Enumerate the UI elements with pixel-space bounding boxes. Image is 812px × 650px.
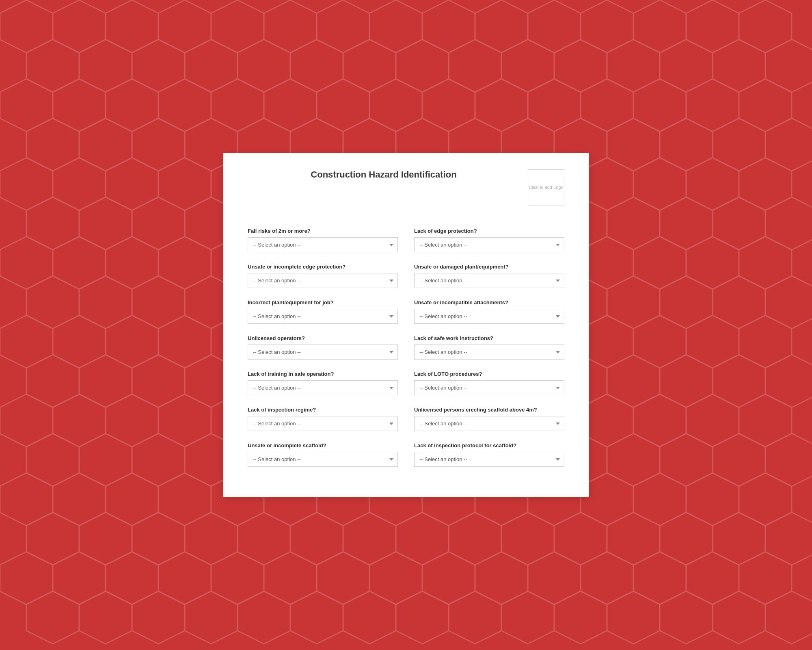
form-group-lack-safe-work: Lack of safe work instructions?-- Select…	[406, 329, 564, 365]
form-group-lack-inspection-protocol: Lack of inspection protocol for scaffold…	[406, 437, 564, 472]
form-title: Construction Hazard Identification	[311, 169, 456, 180]
label-unsafe-damaged-plant: Unsafe or damaged plant/equipment?	[414, 264, 564, 270]
select-lack-training[interactable]: -- Select an option --YesNoN/A	[248, 380, 398, 395]
select-lack-edge-protection[interactable]: -- Select an option --YesNoN/A	[414, 237, 564, 252]
form-group-lack-inspection-regime: Lack of inspection regime?-- Select an o…	[248, 401, 406, 437]
label-fall-risks: Fall risks of 2m or more?	[248, 228, 398, 234]
label-incorrect-plant: Incorrect plant/equipment for job?	[248, 299, 398, 306]
label-lack-loto: Lack of LOTO procedures?	[414, 371, 564, 377]
svg-marker-0	[0, 0, 41, 41]
select-lack-safe-work[interactable]: -- Select an option --YesNoN/A	[414, 344, 564, 360]
form-group-unsafe-edge-protection: Unsafe or incomplete edge protection?-- …	[248, 258, 406, 294]
form-group-lack-training: Lack of training in safe operation?-- Se…	[248, 365, 406, 401]
form-group-unsafe-attachments: Unsafe or incompatible attachments?-- Se…	[406, 294, 564, 329]
select-unsafe-damaged-plant[interactable]: -- Select an option --YesNoN/A	[414, 273, 564, 288]
select-lack-inspection-protocol[interactable]: -- Select an option --YesNoN/A	[414, 452, 564, 467]
form-grid: Fall risks of 2m or more?-- Select an op…	[248, 222, 564, 472]
select-unsafe-attachments[interactable]: -- Select an option --YesNoN/A	[414, 309, 564, 324]
select-unsafe-scaffold[interactable]: -- Select an option --YesNoN/A	[248, 452, 398, 467]
label-lack-training: Lack of training in safe operation?	[248, 371, 398, 377]
select-lack-loto[interactable]: -- Select an option --YesNoN/A	[414, 380, 564, 395]
form-group-lack-edge-protection: Lack of edge protection?-- Select an opt…	[406, 222, 564, 258]
select-unsafe-edge-protection[interactable]: -- Select an option --YesNoN/A	[248, 273, 398, 288]
form-card: Construction Hazard Identification Click…	[223, 153, 589, 497]
form-group-fall-risks: Fall risks of 2m or more?-- Select an op…	[248, 222, 406, 258]
form-group-incorrect-plant: Incorrect plant/equipment for job?-- Sel…	[248, 294, 406, 329]
label-lack-inspection-regime: Lack of inspection regime?	[248, 407, 398, 413]
label-unsafe-attachments: Unsafe or incompatible attachments?	[414, 299, 564, 306]
label-unlicensed-scaffold: Unlicensed persons erecting scaffold abo…	[414, 407, 564, 413]
select-unlicensed-operators[interactable]: -- Select an option --YesNoN/A	[248, 344, 398, 360]
logo-upload-box[interactable]: Click to add Logo	[528, 169, 564, 206]
form-group-unlicensed-operators: Unlicensed operators?-- Select an option…	[248, 329, 406, 365]
form-group-unsafe-scaffold: Unsafe or incomplete scaffold?-- Select …	[248, 437, 406, 472]
form-group-lack-loto: Lack of LOTO procedures?-- Select an opt…	[406, 365, 564, 401]
label-unsafe-edge-protection: Unsafe or incomplete edge protection?	[248, 264, 398, 270]
form-group-unsafe-damaged-plant: Unsafe or damaged plant/equipment?-- Sel…	[406, 258, 564, 294]
form-group-unlicensed-scaffold: Unlicensed persons erecting scaffold abo…	[406, 401, 564, 437]
select-lack-inspection-regime[interactable]: -- Select an option --YesNoN/A	[248, 416, 398, 431]
logo-box-label: Click to add Logo	[529, 184, 564, 191]
label-unsafe-scaffold: Unsafe or incomplete scaffold?	[248, 442, 398, 448]
form-title-wrapper: Construction Hazard Identification	[248, 169, 528, 180]
label-lack-edge-protection: Lack of edge protection?	[414, 228, 564, 234]
label-lack-inspection-protocol: Lack of inspection protocol for scaffold…	[414, 442, 564, 448]
select-unlicensed-scaffold[interactable]: -- Select an option --YesNoN/A	[414, 416, 564, 431]
label-unlicensed-operators: Unlicensed operators?	[248, 335, 398, 341]
label-lack-safe-work: Lack of safe work instructions?	[414, 335, 564, 341]
select-fall-risks[interactable]: -- Select an option --YesNoN/A	[248, 237, 398, 252]
select-incorrect-plant[interactable]: -- Select an option --YesNoN/A	[248, 309, 398, 324]
form-header: Construction Hazard Identification Click…	[248, 169, 564, 206]
